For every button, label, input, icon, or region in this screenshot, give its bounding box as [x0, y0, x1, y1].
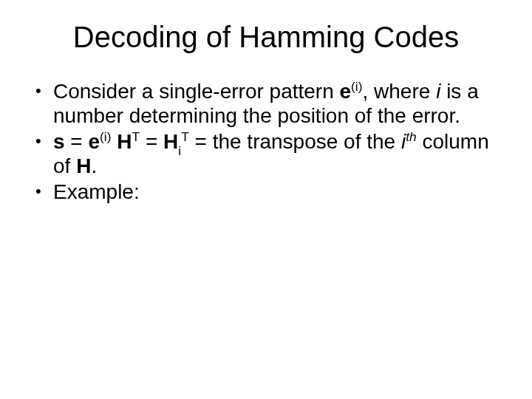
transpose: T	[132, 129, 140, 144]
vector-s: s	[53, 130, 65, 153]
text: Example:	[53, 180, 140, 203]
bullet-3: Example:	[34, 180, 502, 204]
bullet-1: Consider a single-error pattern e(i), wh…	[34, 79, 502, 128]
matrix-h: H	[163, 130, 178, 153]
matrix-h: H	[117, 130, 132, 153]
vector-e: e	[340, 80, 352, 103]
bullet-2: s = e(i) HT = HiT = the transpose of the…	[34, 129, 502, 178]
text: =	[65, 130, 89, 153]
text: , where	[363, 80, 437, 103]
transpose: T	[181, 129, 189, 144]
matrix-h: H	[76, 154, 91, 177]
text: .	[91, 154, 97, 177]
superscript-i: (i)	[351, 79, 362, 94]
text: =	[140, 130, 163, 153]
bullet-list: Consider a single-error pattern e(i), wh…	[34, 79, 502, 204]
subscript-i: i	[178, 143, 181, 158]
text: Consider a single-error pattern	[53, 80, 340, 103]
vector-e: e	[89, 130, 100, 153]
text: = the transpose of the	[189, 130, 401, 153]
slide: Decoding of Hamming Codes Consider a sin…	[0, 0, 532, 399]
ordinal-th: th	[406, 129, 416, 144]
slide-title: Decoding of Hamming Codes	[30, 21, 502, 54]
superscript-i: (i)	[100, 129, 111, 144]
